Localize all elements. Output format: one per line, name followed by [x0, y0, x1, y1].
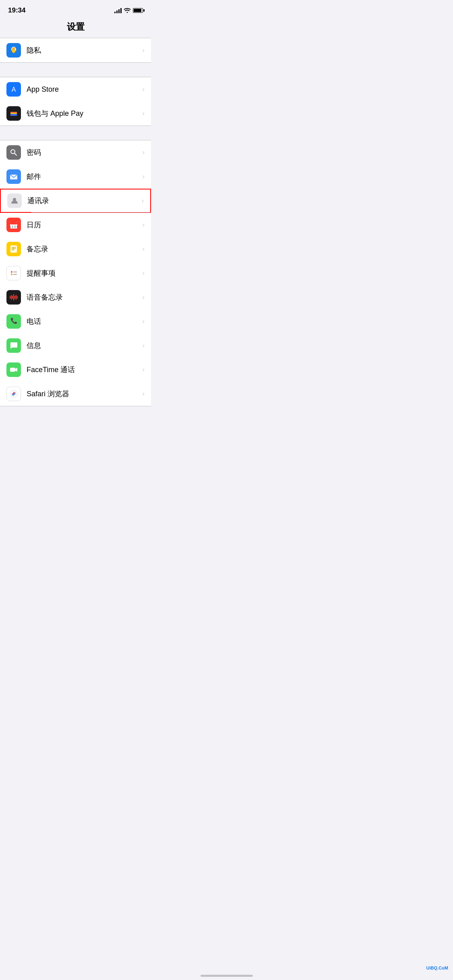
- section-gap-2: [0, 126, 151, 140]
- contacts-chevron: ›: [142, 197, 144, 204]
- settings-row-notes[interactable]: 备忘录 ›: [0, 237, 151, 261]
- settings-row-reminders[interactable]: 提醒事项 ›: [0, 261, 151, 285]
- appstore-icon: A: [6, 82, 21, 97]
- section-gap-1: [0, 63, 151, 77]
- facetime-icon: [6, 362, 21, 377]
- svg-text:📞: 📞: [10, 317, 18, 324]
- status-bar: 19:34: [0, 0, 151, 18]
- svg-text:A: A: [12, 86, 16, 93]
- settings-row-appstore[interactable]: A App Store ›: [0, 77, 151, 101]
- calendar-label: 日历: [27, 220, 139, 230]
- reminders-chevron: ›: [143, 270, 145, 277]
- privacy-chevron: ›: [143, 47, 145, 54]
- wallet-chevron: ›: [143, 110, 145, 117]
- notes-chevron: ›: [143, 245, 145, 253]
- battery-icon: [133, 8, 143, 13]
- messages-chevron: ›: [143, 342, 145, 349]
- svg-line-7: [14, 153, 17, 155]
- signal-icon: [114, 8, 122, 13]
- voice-memos-chevron: ›: [143, 294, 145, 301]
- settings-row-passwords[interactable]: 密码 ›: [0, 140, 151, 165]
- calendar-icon: 1 2 3 4: [6, 218, 21, 232]
- svg-text:1 2 3 4: 1 2 3 4: [9, 225, 18, 228]
- phone-icon: 📞: [6, 314, 21, 329]
- svg-rect-11: [10, 222, 17, 224]
- svg-rect-27: [17, 296, 18, 299]
- safari-chevron: ›: [143, 390, 145, 397]
- svg-text:✋: ✋: [10, 47, 18, 54]
- contacts-label: 通讯录: [27, 196, 139, 206]
- svg-rect-26: [16, 295, 17, 300]
- passwords-icon: [6, 145, 21, 160]
- svg-point-18: [11, 274, 12, 275]
- svg-rect-3: [10, 112, 17, 113]
- settings-row-facetime[interactable]: FaceTime 通话 ›: [0, 358, 151, 382]
- settings-row-privacy[interactable]: ✋ 隐私 ›: [0, 38, 151, 62]
- mail-icon: [6, 169, 21, 184]
- wallet-label: 钱包与 Apple Pay: [27, 109, 139, 118]
- messages-label: 信息: [27, 341, 139, 350]
- svg-rect-23: [12, 296, 13, 299]
- svg-rect-25: [14, 296, 15, 299]
- passwords-label: 密码: [27, 148, 139, 157]
- settings-row-calendar[interactable]: 1 2 3 4 日历 ›: [0, 213, 151, 237]
- calendar-chevron: ›: [143, 221, 145, 229]
- privacy-icon: ✋: [6, 43, 21, 58]
- reminders-label: 提醒事项: [27, 268, 139, 278]
- passwords-chevron: ›: [143, 149, 145, 156]
- svg-rect-24: [13, 294, 14, 301]
- voice-memos-icon: [6, 290, 21, 305]
- notes-label: 备忘录: [27, 244, 139, 254]
- settings-row-mail[interactable]: 邮件 ›: [0, 165, 151, 189]
- status-icons: [114, 8, 143, 13]
- svg-marker-30: [15, 368, 17, 372]
- contacts-icon: [7, 194, 22, 208]
- battery-fill: [134, 9, 141, 12]
- phone-chevron: ›: [143, 318, 145, 325]
- settings-row-wallet[interactable]: 钱包与 Apple Pay ›: [0, 101, 151, 126]
- appstore-chevron: ›: [143, 86, 145, 93]
- wallet-icon: [6, 106, 21, 121]
- reminders-icon: [6, 266, 21, 280]
- svg-rect-21: [10, 296, 10, 299]
- svg-rect-5: [10, 114, 17, 116]
- appstore-label: App Store: [27, 85, 139, 94]
- privacy-label: 隐私: [27, 45, 139, 55]
- svg-rect-13: [10, 245, 17, 253]
- mail-label: 邮件: [27, 172, 139, 181]
- facetime-chevron: ›: [143, 366, 145, 373]
- settings-row-contacts[interactable]: 通讯录 ›: [0, 189, 151, 213]
- page-title: 设置: [0, 18, 151, 38]
- facetime-label: FaceTime 通话: [27, 365, 139, 375]
- svg-point-17: [11, 271, 12, 273]
- svg-rect-4: [10, 113, 17, 114]
- safari-label: Safari 浏览器: [27, 389, 139, 399]
- status-time: 19:34: [8, 6, 25, 14]
- notes-icon: [6, 242, 21, 256]
- settings-row-safari[interactable]: Safari 浏览器 ›: [0, 382, 151, 406]
- phone-label: 电话: [27, 317, 139, 326]
- wifi-icon: [124, 8, 130, 13]
- mail-chevron: ›: [143, 173, 145, 180]
- messages-icon: [6, 338, 21, 353]
- voice-memos-label: 语音备忘录: [27, 292, 139, 302]
- settings-group-apps: 密码 › 邮件 › 通讯录 › 1 2 3 4: [0, 140, 151, 406]
- settings-row-voice-memos[interactable]: 语音备忘录 ›: [0, 285, 151, 309]
- settings-row-messages[interactable]: 信息 ›: [0, 334, 151, 358]
- settings-group-privacy: ✋ 隐私 ›: [0, 38, 151, 63]
- settings-row-phone[interactable]: 📞 电话 ›: [0, 309, 151, 334]
- settings-group-store: A App Store › 钱包与 Apple Pay ›: [0, 77, 151, 126]
- svg-rect-29: [10, 368, 15, 372]
- safari-icon: [6, 387, 21, 401]
- svg-rect-22: [11, 295, 12, 300]
